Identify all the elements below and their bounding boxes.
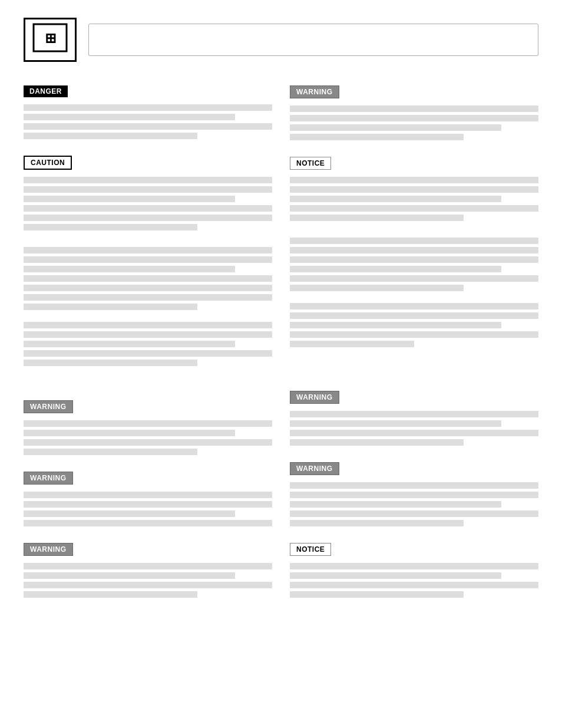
notice-badge-1: NOTICE: [290, 157, 331, 170]
text-line: [290, 177, 538, 183]
text-line: [24, 215, 272, 221]
warning-4-text: [290, 411, 538, 446]
content-grid: DANGER CAUTION: [24, 85, 538, 614]
text-line: [24, 341, 235, 347]
text-line: [24, 430, 235, 436]
text-line: [290, 420, 501, 427]
text-line: [290, 238, 538, 244]
warning-badge-4: WARNING: [290, 391, 339, 404]
danger-text: [24, 104, 272, 139]
notice-2-text: [290, 563, 538, 598]
text-line: [24, 420, 272, 427]
text-line: [24, 266, 235, 272]
text-line: [290, 196, 501, 202]
text-line: [290, 312, 538, 319]
warning-block-7: WARNING: [24, 543, 272, 598]
text-line: [290, 322, 501, 328]
text-line: [24, 360, 197, 366]
text-line: [24, 439, 272, 446]
text-line: [24, 104, 272, 111]
warning-2-text: [290, 106, 538, 140]
text-line: [24, 177, 272, 183]
text-line: [24, 196, 235, 202]
text-line: [290, 205, 538, 212]
text-line: [24, 591, 197, 598]
warning-5-text: [24, 492, 272, 526]
text-line: [24, 572, 235, 579]
caution-badge: CAUTION: [24, 156, 72, 170]
warning-block-3: WARNING: [24, 400, 272, 455]
notice-1-text: [290, 177, 538, 221]
text-line: [290, 482, 538, 489]
svg-text:⊞: ⊞: [45, 31, 56, 46]
text-line: [24, 449, 197, 455]
text-line: [290, 266, 501, 272]
text-line: [24, 186, 272, 193]
warning-block-6: WARNING: [290, 462, 538, 526]
notice-badge-2: NOTICE: [290, 543, 331, 556]
logo: ⊞: [32, 23, 68, 57]
text-line: [24, 501, 272, 508]
text-line: [290, 492, 538, 498]
text-line: [290, 115, 538, 121]
caution-block: CAUTION: [24, 156, 272, 230]
text-line: [24, 331, 272, 338]
text-line: [24, 510, 235, 517]
text-line: [290, 439, 464, 446]
text-line: [290, 341, 414, 347]
text-line: [24, 205, 272, 212]
text-line: [24, 304, 197, 310]
danger-block: DANGER: [24, 85, 272, 139]
text-line: [290, 256, 538, 263]
text-line: [24, 256, 272, 263]
danger-badge: DANGER: [24, 85, 68, 97]
warning-badge-6: WARNING: [290, 462, 339, 475]
right-column: WARNING NOTICE: [290, 85, 538, 614]
text-line: [290, 582, 538, 588]
text-line: [24, 582, 272, 588]
caution-text: [24, 177, 272, 230]
text-line: [290, 572, 501, 579]
warning-6-text: [290, 482, 538, 526]
logo-box: ⊞: [24, 18, 77, 62]
page: ⊞ DANGER CAUTION: [0, 0, 562, 728]
header: ⊞: [24, 18, 538, 62]
text-line: [290, 411, 538, 417]
text-line: [24, 563, 272, 569]
text-line: [290, 303, 538, 309]
text-line: [290, 124, 501, 131]
text-line: [290, 186, 538, 193]
warning-block-2: WARNING: [290, 85, 538, 140]
text-line: [290, 247, 538, 253]
text-line: [290, 430, 538, 436]
text-line: [290, 520, 464, 526]
text-line: [24, 247, 272, 253]
text-line: [24, 133, 197, 139]
text-line: [290, 501, 501, 508]
text-line: [24, 114, 235, 120]
text-line: [290, 285, 464, 291]
warning-block-5: WARNING: [24, 472, 272, 526]
text-line: [290, 591, 464, 598]
text-line: [290, 331, 538, 338]
title-box: [88, 24, 538, 56]
text-line: [24, 294, 272, 301]
text-line: [290, 510, 538, 517]
middle-text-area-left: [24, 247, 272, 400]
text-line: [290, 106, 538, 112]
text-line: [24, 224, 197, 230]
warning-7-text: [24, 563, 272, 598]
text-line: [290, 563, 538, 569]
text-line: [24, 285, 272, 291]
warning-badge-3: WARNING: [24, 400, 73, 413]
text-line: [24, 492, 272, 498]
text-line: [24, 322, 272, 328]
warning-3-text: [24, 420, 272, 455]
notice-block-2: NOTICE: [290, 543, 538, 598]
text-line: [24, 275, 272, 282]
text-line: [290, 134, 464, 140]
left-column: DANGER CAUTION: [24, 85, 272, 614]
warning-badge-2: WARNING: [290, 85, 339, 98]
text-line: [24, 350, 272, 357]
warning-badge-5: WARNING: [24, 472, 73, 485]
